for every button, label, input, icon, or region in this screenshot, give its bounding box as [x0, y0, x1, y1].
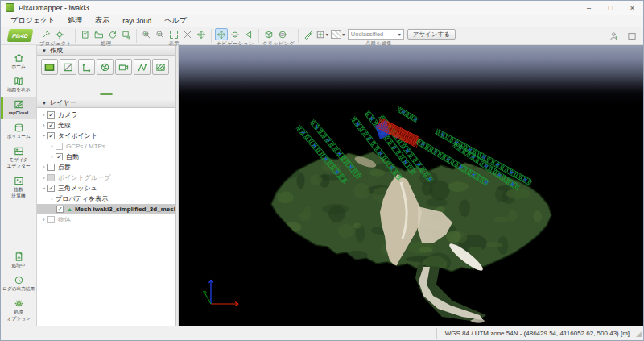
menu-item-2[interactable]: 表示 — [89, 15, 116, 27]
sidebar-item-index[interactable]: 指数計算機 — [1, 173, 36, 202]
expand-arrow-icon[interactable]: › — [48, 196, 56, 202]
create-polyline-button[interactable] — [134, 59, 151, 75]
point-class-select[interactable]: Unclassified ▾ — [348, 29, 404, 40]
layer-checkbox[interactable]: ✓ — [47, 185, 55, 192]
add-selection-button[interactable]: ▾ — [316, 28, 328, 40]
zoom-in-button[interactable] — [140, 28, 153, 40]
move-view-button[interactable] — [215, 28, 228, 40]
layer-checkbox[interactable]: ✓ — [56, 153, 63, 160]
edit-densified-pointcloud-button[interactable] — [302, 28, 315, 40]
expand-arrow-icon[interactable]: › — [40, 164, 47, 170]
sidebar-item-raycloud[interactable]: rayCloud — [1, 97, 36, 119]
previous-view-button[interactable] — [242, 28, 255, 40]
toolbar-separator — [211, 29, 212, 43]
close-button[interactable]: × — [621, 1, 643, 15]
layer-row-10[interactable]: ›物体 — [37, 214, 175, 225]
sidebar-item-label: 指数 — [14, 187, 23, 193]
layer-checkbox[interactable]: ✓ — [47, 132, 55, 139]
layer-row-1[interactable]: ›✓光線 — [37, 120, 175, 131]
status-bar: WGS 84 / UTM zone 54N - (486429.54, 4116… — [1, 326, 643, 340]
sidebar-item-log[interactable]: ログの出力結果 — [1, 272, 36, 294]
toolbar-separator — [258, 29, 259, 43]
menu-item-3[interactable]: rayCloud — [116, 16, 158, 26]
minimize-button[interactable]: – — [578, 1, 600, 15]
clip-box-button[interactable] — [262, 28, 275, 40]
layer-row-0[interactable]: ›✓カメラ — [37, 110, 175, 120]
pan-button[interactable] — [195, 28, 208, 40]
layer-checkbox[interactable]: ✓ — [56, 206, 64, 213]
layer-checkbox[interactable] — [47, 216, 55, 223]
layer-checkbox[interactable]: ✓ — [47, 122, 55, 129]
create-video-animation-button[interactable] — [115, 59, 132, 75]
expand-arrow-icon[interactable]: › — [40, 123, 47, 128]
sidebar-item-map[interactable]: 地図を表示 — [1, 73, 36, 95]
resize-grip-icon[interactable]: ◢ — [636, 330, 643, 338]
export-button[interactable] — [120, 28, 133, 40]
zoom-out-button[interactable] — [154, 28, 167, 40]
sidebar-item-home[interactable]: ホーム — [1, 50, 36, 72]
selection-pattern-button[interactable]: ▾ — [329, 28, 347, 40]
clip-sphere-button[interactable] — [276, 28, 289, 40]
sidebar-item-processing[interactable]: 処理中 — [1, 249, 36, 271]
maximize-button[interactable]: □ — [600, 1, 621, 15]
splitter-grip-icon — [100, 93, 113, 95]
collapse-arrow-icon[interactable]: › — [41, 185, 47, 192]
polyline-icon — [136, 62, 148, 73]
sidebar-item-label: ホーム — [11, 64, 25, 69]
menu-item-0[interactable]: プロジェクト — [4, 15, 61, 27]
toolbar-group-project: プロジェクト — [37, 27, 74, 44]
layout-window-button[interactable] — [625, 30, 638, 42]
open-results-button[interactable] — [93, 28, 105, 40]
layer-checkbox[interactable] — [56, 143, 63, 150]
create-processing-area-button[interactable] — [41, 59, 58, 75]
create-orbit-button[interactable] — [97, 59, 114, 75]
layer-row-7[interactable]: ›✓三角メッシュ — [37, 183, 175, 193]
expand-arrow-icon[interactable]: › — [40, 175, 47, 181]
expand-arrow-icon[interactable]: › — [40, 217, 47, 222]
layer-row-6[interactable]: ›ポイントグループ — [37, 173, 175, 183]
3d-viewport[interactable] — [179, 45, 643, 326]
new-project-button[interactable] — [39, 28, 52, 40]
zoom-cancel-button[interactable] — [181, 28, 194, 40]
layer-checkbox[interactable]: ✓ — [47, 111, 55, 119]
menu-bar: プロジェクト処理表示rayCloudヘルプ — [1, 15, 643, 27]
panel-splitter[interactable] — [37, 90, 175, 98]
expand-arrow-icon[interactable]: › — [48, 143, 56, 149]
create-scale-constraint-button[interactable] — [60, 59, 76, 75]
layer-checkbox[interactable] — [47, 174, 55, 181]
sidebar-item-volume[interactable]: ボリューム — [1, 120, 36, 142]
create-surface-button[interactable] — [152, 59, 169, 75]
create-orientation-constraint-button[interactable] — [78, 59, 95, 75]
sidebar-item-options[interactable]: 処理オプション — [1, 296, 36, 324]
focus-view-button[interactable] — [53, 28, 66, 40]
sidebar-item-mosaic[interactable]: モザイクエディター — [1, 143, 36, 172]
user-account-button[interactable] — [608, 30, 621, 42]
layer-row-2[interactable]: ›✓タイポイント — [37, 131, 175, 141]
layer-checkbox[interactable] — [47, 164, 55, 171]
layer-label: 点群 — [58, 163, 71, 172]
menu-item-1[interactable]: 処理 — [61, 15, 89, 27]
layer-label: カメラ — [58, 110, 78, 119]
layer-row-4[interactable]: ›✓自動 — [37, 152, 175, 162]
layers-section-header[interactable]: ▼ レイヤー — [37, 98, 175, 108]
layer-row-8[interactable]: ›プロパティを表示 — [37, 193, 175, 204]
processing-steps-button[interactable] — [79, 28, 92, 40]
raycloud-icon — [13, 99, 25, 110]
expand-arrow-icon[interactable]: › — [48, 154, 56, 160]
layer-row-5[interactable]: ›点群 — [37, 162, 175, 173]
video-camera-icon — [118, 62, 130, 73]
area-rect-icon — [43, 62, 56, 73]
layers-section-title: レイヤー — [50, 98, 76, 107]
zoom-fit-button[interactable] — [167, 28, 180, 40]
expand-arrow-icon[interactable]: › — [40, 112, 47, 118]
zoom-in-icon — [142, 30, 151, 40]
reprocess-button[interactable] — [106, 28, 119, 40]
create-section-header[interactable]: ▼ 作成 — [37, 45, 175, 56]
collapse-arrow-icon[interactable]: › — [41, 132, 47, 139]
layer-row-3[interactable]: ›GCPs / MTPs — [37, 141, 175, 152]
pix4dmapper-window: Pix4Dmapper - iwaki3 – □ × プロジェクト処理表示ray… — [0, 0, 644, 341]
assign-button[interactable]: アサインする — [407, 29, 456, 40]
layer-row-9[interactable]: ✓▲Mesh iwaki3_simplified_3d_mesh — [37, 204, 175, 214]
menu-item-4[interactable]: ヘルプ — [158, 15, 193, 27]
trackball-button[interactable] — [229, 28, 242, 40]
